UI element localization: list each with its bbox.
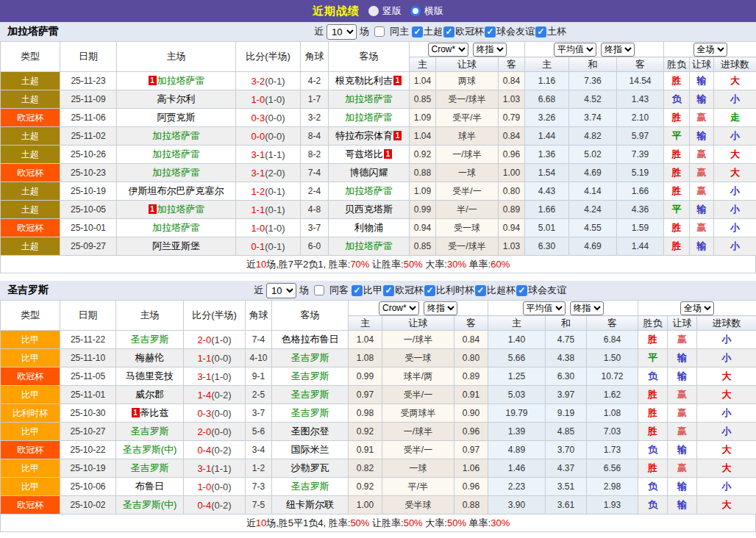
match-count-select[interactable]: 10 — [266, 283, 296, 298]
league-checkbox[interactable]: ✓ — [485, 26, 496, 37]
home-team-name[interactable]: 加拉塔萨雷 — [152, 148, 200, 159]
away-team-name[interactable]: 根克勒比利吉 — [335, 75, 393, 86]
home-team-name[interactable]: 加拉塔萨雷 — [157, 75, 205, 86]
home-team-cell: 圣吉罗斯 — [116, 459, 184, 478]
same-venue-checkbox[interactable] — [374, 26, 385, 37]
avg-away-odds: 1.66 — [617, 182, 664, 201]
away-team-name[interactable]: 色格拉布鲁日 — [282, 334, 339, 345]
scope-select[interactable]: 全场 — [693, 43, 727, 57]
summary-segment: 50% — [404, 517, 423, 528]
home-team-name[interactable]: 布鲁日 — [135, 481, 164, 492]
home-team-name[interactable]: 加拉塔萨雷 — [152, 167, 200, 178]
radio-selected-icon[interactable] — [410, 6, 421, 16]
home-team-name[interactable]: 圣吉罗斯 — [131, 462, 169, 473]
league-checkbox[interactable]: ✓ — [412, 26, 423, 37]
league-checkbox[interactable]: ✓ — [443, 26, 454, 37]
league-checkbox[interactable]: ✓ — [475, 285, 486, 296]
home-team-name[interactable]: 圣吉罗斯 — [131, 334, 169, 345]
avg-away-odds: 1.43 — [617, 90, 664, 109]
bookmaker-select[interactable]: Crow* — [379, 301, 419, 315]
scope-select-cell: 全场 — [638, 301, 756, 316]
result-handicap: 输 — [668, 496, 697, 514]
home-team-name[interactable]: 圣吉罗斯(中) — [123, 499, 177, 510]
final-odds-select[interactable]: 终指 — [424, 301, 457, 315]
home-team-name[interactable]: 圣吉罗斯(中) — [123, 444, 177, 455]
away-team-name[interactable]: 圣图尔登 — [291, 426, 329, 437]
handicap-away-odds: 0.96 — [454, 478, 488, 496]
league-checkbox[interactable]: ✓ — [424, 285, 435, 296]
final-odds-select-2[interactable]: 终指 — [570, 301, 604, 315]
col-header-home: 主场 — [116, 301, 184, 331]
away-team-name[interactable]: 加拉塔萨雷 — [345, 240, 393, 251]
away-team-cell: 加拉塔萨雷 — [329, 237, 410, 256]
away-team-name[interactable]: 圣吉罗斯 — [291, 352, 329, 363]
home-team-name[interactable]: 伊斯坦布尔巴萨克塞尔 — [129, 185, 224, 196]
away-team-name[interactable]: 贝西克塔斯 — [345, 204, 393, 215]
home-team-name[interactable]: 圣吉罗斯 — [131, 426, 169, 437]
handicap-away-odds: 1.03 — [499, 237, 525, 256]
bookmaker-select[interactable]: Crow* — [428, 43, 468, 57]
radio-unselected-icon[interactable] — [368, 6, 379, 16]
away-team-name[interactable]: 博德闪耀 — [350, 167, 388, 178]
halftime-score: (0-1) — [265, 204, 285, 215]
match-row: 比甲25-10-27圣吉罗斯2-0(0-0)5-6圣图尔登0.92一/球半0.9… — [1, 423, 756, 441]
same-venue-checkbox[interactable] — [314, 285, 324, 295]
away-team-name[interactable]: 哥兹塔比 — [345, 148, 383, 159]
average-select[interactable]: 平均值 — [523, 301, 566, 315]
home-team-name[interactable]: 高卡尔利 — [157, 93, 196, 104]
home-team-name[interactable]: 马德里竞技 — [126, 370, 174, 381]
avg-away-odds: 6.84 — [587, 331, 638, 349]
away-team-name[interactable]: 加拉塔萨雷 — [345, 185, 393, 196]
league-checkbox[interactable]: ✓ — [535, 26, 546, 37]
section-head: 圣吉罗斯 近 10 场 同客 ✓比甲✓欧冠杯✓比利时杯✓比超杯✓球会友谊 — [0, 281, 756, 300]
average-select[interactable]: 平均值 — [554, 43, 596, 57]
sub-header-avg-draw: 和 — [546, 316, 587, 331]
date-cell: 25-10-19 — [60, 459, 116, 478]
final-odds-select-2[interactable]: 终指 — [601, 43, 635, 57]
scope-select[interactable]: 全场 — [680, 301, 714, 315]
home-team-cell: 加拉塔萨雷 — [117, 127, 236, 146]
avg-home-odds: 1.39 — [488, 423, 546, 441]
away-team-name[interactable]: 利物浦 — [354, 222, 383, 233]
away-team-name[interactable]: 加拉塔萨雷 — [345, 93, 393, 104]
home-team-cell: 阿贾克斯 — [117, 109, 236, 127]
away-team-name[interactable]: 圣吉罗斯 — [291, 481, 329, 492]
away-team-name[interactable]: 特拉布宗体育 — [335, 130, 393, 141]
home-team-name[interactable]: 阿贾克斯 — [157, 112, 196, 123]
away-team-name[interactable]: 沙勒罗瓦 — [291, 462, 329, 473]
team-section-2: 圣吉罗斯 近 10 场 同客 ✓比甲✓欧冠杯✓比利时杯✓比超杯✓球会友谊 类型 … — [0, 281, 756, 532]
home-team-name[interactable]: 加拉塔萨雷 — [157, 204, 205, 215]
away-team-cell: 哥兹塔比1 — [329, 146, 410, 164]
home-team-cell: 圣吉罗斯 — [116, 423, 184, 441]
league-checkbox[interactable]: ✓ — [383, 285, 394, 296]
home-team-name[interactable]: 梅赫伦 — [135, 352, 164, 363]
home-team-name[interactable]: 加拉塔萨雷 — [152, 130, 200, 141]
league-checkbox[interactable]: ✓ — [516, 285, 527, 296]
home-team-name[interactable]: 威尔郡 — [135, 389, 164, 400]
away-team-name[interactable]: 纽卡斯尔联 — [286, 499, 334, 510]
summary-segment: 10 — [256, 517, 266, 528]
home-team-name[interactable]: 蒂比兹 — [140, 407, 169, 418]
halftime-score: (0-0) — [211, 353, 231, 364]
final-odds-select[interactable]: 终指 — [473, 43, 507, 57]
layout-radio-vertical[interactable]: 竖版 — [368, 4, 402, 18]
result-handicap: 赢 — [690, 182, 714, 201]
away-team-cell: 博德闪耀 — [329, 164, 410, 182]
away-team-name[interactable]: 圣吉罗斯 — [291, 407, 329, 418]
match-row: 土超25-09-27阿兰亚斯堡0-1(0-1)6-0加拉塔萨雷0.85受一/球半… — [1, 237, 756, 256]
result-handicap: 输 — [668, 441, 697, 459]
league-type-cell: 土超 — [1, 146, 60, 164]
match-count-select[interactable]: 10 — [327, 24, 357, 40]
away-team-name[interactable]: 圣吉罗斯 — [291, 370, 329, 381]
away-team-name[interactable]: 圣吉罗斯 — [291, 389, 329, 400]
avg-draw-odds: 4.14 — [569, 182, 617, 201]
league-checkbox[interactable]: ✓ — [352, 285, 363, 296]
handicap-line: 球半/两 — [382, 367, 454, 386]
home-team-name[interactable]: 阿兰亚斯堡 — [152, 240, 200, 251]
away-team-name[interactable]: 加拉塔萨雷 — [345, 112, 393, 123]
home-team-name[interactable]: 加拉塔萨雷 — [152, 222, 200, 233]
result-winloss: 平 — [638, 349, 668, 367]
sub-header-handicap-home: 主 — [410, 57, 436, 72]
layout-radio-horizontal[interactable]: 横版 — [410, 4, 443, 18]
away-team-name[interactable]: 国际米兰 — [291, 444, 329, 455]
